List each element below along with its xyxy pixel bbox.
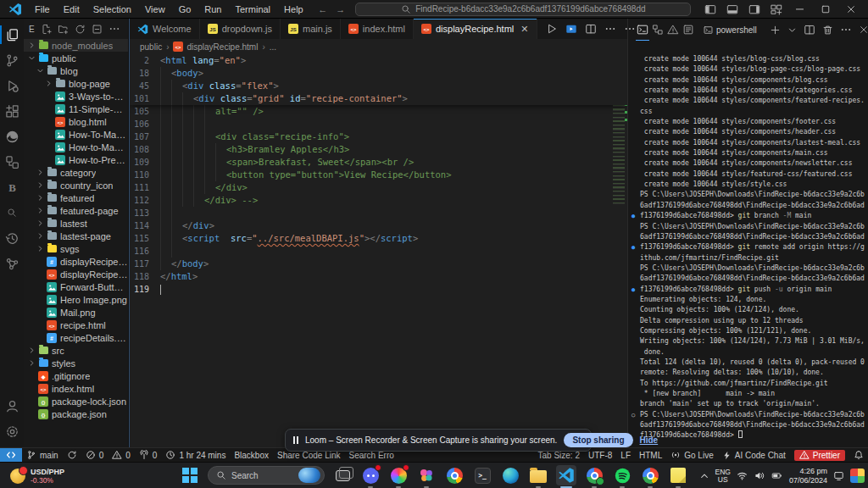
status-blackbox[interactable]: Blackbox — [230, 448, 273, 463]
language-indicator[interactable]: ENG US — [715, 469, 731, 484]
split-editor-icon[interactable] — [585, 23, 597, 35]
status-go-live[interactable]: Go Live — [666, 448, 717, 463]
status-notifications[interactable] — [849, 448, 868, 463]
explorer-item-package-json[interactable]: {}package.json — [24, 408, 128, 420]
tab-displayrecipe-html[interactable]: <>displayRecipe.html✕ — [414, 19, 537, 39]
status-timer[interactable]: 1 hr 24 mins — [161, 448, 230, 463]
more-icon[interactable] — [108, 23, 120, 35]
activity-source-control[interactable] — [0, 47, 24, 73]
terminal-split-editor-icon[interactable] — [804, 24, 815, 36]
run-icon[interactable] — [546, 23, 558, 35]
status-remote[interactable] — [0, 448, 22, 463]
history-back-icon[interactable]: ← — [318, 4, 327, 14]
explorer-item-hero-image-png[interactable]: Hero Image.png — [24, 293, 128, 306]
explorer-item-country-icon[interactable]: country_icon — [24, 179, 128, 191]
layout-right-icon[interactable] — [744, 1, 765, 18]
hide-link[interactable]: Hide — [640, 435, 659, 445]
problems-tab-icon[interactable] — [665, 19, 681, 41]
activity-account[interactable] — [0, 393, 24, 419]
taskbar-task-view[interactable] — [332, 465, 353, 485]
layout-bottom-icon[interactable] — [722, 1, 743, 18]
explorer-item-how-to-make[interactable]: How-To-Make-... — [24, 128, 128, 141]
taskbar-photos-app[interactable] — [416, 465, 437, 485]
taskbar-search[interactable]: Search — [208, 466, 325, 485]
window-close-button[interactable] — [839, 1, 863, 18]
explorer-item-svgs[interactable]: svgs — [24, 242, 128, 255]
terminal-output[interactable]: create mode 100644 styles/blog-css/blog.… — [628, 41, 868, 447]
breadcrumb-item-public[interactable]: public — [140, 42, 162, 52]
explorer-item-recipe-html[interactable]: <>recipe.html — [24, 319, 128, 331]
close-icon[interactable]: ✕ — [520, 24, 528, 35]
explorer-item-index-html[interactable]: <>index.html — [24, 382, 128, 395]
activity-blackbox[interactable]: B — [0, 175, 24, 200]
terminal-trash-icon[interactable] — [822, 25, 833, 36]
explorer-item-recipedetails-css[interactable]: #recipeDetails.css — [24, 331, 128, 344]
menu-terminal[interactable]: Terminal — [230, 3, 277, 15]
layout-grid-icon[interactable] — [766, 1, 787, 18]
tray-volume-icon[interactable] — [754, 470, 765, 481]
command-center-search[interactable]: FindRecipe-b6dacc33e9a2c6b6adf1376199d6a… — [355, 3, 691, 16]
taskbar-color-app[interactable] — [388, 465, 409, 485]
taskbar-terminal-app[interactable]: >_ — [472, 465, 492, 485]
tab-welcome[interactable]: Welcome — [130, 19, 200, 39]
activity-run-debug[interactable] — [0, 73, 24, 98]
refresh-icon[interactable] — [75, 24, 86, 35]
terminal-close-icon[interactable] — [859, 25, 868, 35]
status-eol[interactable]: LF — [616, 448, 635, 463]
explorer-item-lastest[interactable]: lastest — [24, 217, 128, 230]
explorer-item-blog[interactable]: blog — [24, 64, 128, 77]
stop-sharing-button[interactable]: Stop sharing — [564, 433, 632, 447]
breadcrumb[interactable]: public›<>displayRecipe.html›... — [130, 39, 627, 54]
status-branch[interactable]: main — [22, 448, 63, 463]
explorer-item-how-to-preser[interactable]: How-to-Preser... — [24, 153, 128, 166]
status-ports[interactable]: 0 — [135, 448, 162, 463]
menu-selection[interactable]: Selection — [87, 3, 137, 15]
taskbar-chrome-2[interactable] — [640, 465, 660, 485]
tray-photos-icon[interactable] — [850, 469, 865, 483]
tray-monitor-icon[interactable] — [833, 470, 844, 481]
collapse-all-icon[interactable] — [92, 24, 103, 35]
tab-dropdown-js[interactable]: JSdropdown.js — [200, 19, 281, 39]
explorer-item-featured[interactable]: featured — [24, 191, 128, 204]
explorer-item-lastest-page[interactable]: lastest-page — [24, 230, 128, 242]
layout-left-icon[interactable] — [700, 1, 721, 18]
status-warnings[interactable]: 0 — [108, 448, 135, 463]
terminal-tab-icon[interactable] — [635, 19, 650, 41]
activity-history[interactable] — [0, 225, 24, 251]
breadcrumb-item-[interactable]: ... — [270, 42, 276, 52]
explorer-item-gitignore[interactable]: ◆.gitignore — [24, 369, 128, 382]
activity-settings[interactable] — [0, 419, 24, 444]
explorer-item-mail-png[interactable]: Mail.png — [24, 306, 128, 319]
explorer-item-displayrecipe-css[interactable]: #displayRecipe.css — [24, 255, 128, 268]
clock[interactable]: 4:26 pm 07/06/2024 — [789, 467, 827, 485]
menu-go[interactable]: Go — [173, 3, 198, 15]
explorer-item-styles[interactable]: styles — [24, 357, 128, 369]
code-area[interactable]: 2<html lang="en"> 18<body> 45<div class=… — [130, 54, 627, 447]
window-minimize-button[interactable] — [788, 1, 812, 18]
menu-file[interactable]: File — [29, 3, 56, 15]
status-prettier[interactable]: Prettier — [794, 450, 845, 461]
output-tab-icon[interactable] — [681, 19, 696, 41]
taskbar-vscode[interactable] — [556, 465, 576, 485]
tab-index-html[interactable]: <>index.html — [341, 19, 414, 39]
taskbar-widget[interactable]: USD/PHP -0.30% — [5, 463, 70, 488]
tray-battery-icon[interactable] — [771, 470, 783, 481]
tab-main-js[interactable]: JSmain.js — [281, 19, 341, 39]
explorer-item-src[interactable]: src — [24, 344, 128, 357]
taskbar-chrome[interactable] — [444, 465, 465, 485]
explorer-item-how-to-make[interactable]: How-to-Make-... — [24, 141, 128, 153]
terminal-more-icon[interactable] — [840, 24, 852, 36]
explorer-item-11-simple-wa[interactable]: 11-Simple-Wa... — [24, 103, 128, 115]
new-file-icon[interactable] — [41, 24, 52, 35]
history-forward-icon[interactable]: → — [336, 4, 345, 14]
status-language-mode[interactable]: HTML — [635, 448, 666, 463]
new-folder-icon[interactable] — [58, 24, 69, 35]
activity-explorer[interactable] — [0, 22, 24, 47]
breadcrumb-item-displayrecipe-html[interactable]: <>displayRecipe.html — [173, 42, 258, 52]
activity-live-share[interactable] — [0, 251, 24, 276]
activity-edge-browser[interactable] — [0, 124, 24, 149]
terminal-chevron-down-icon[interactable] — [787, 25, 797, 35]
explorer-item-3-ways-to-pre[interactable]: 3-Ways-to-Pre... — [24, 90, 128, 103]
taskbar-chrome-profile[interactable] — [584, 465, 604, 485]
taskbar-chat-app[interactable] — [360, 465, 381, 485]
